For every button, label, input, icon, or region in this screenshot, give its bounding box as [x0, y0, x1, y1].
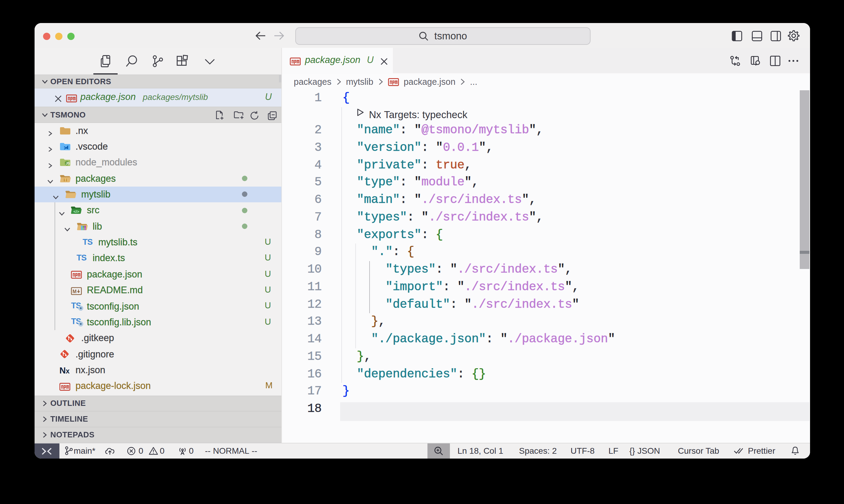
svg-text:N: N — [59, 366, 66, 375]
svg-text:</>: </> — [74, 210, 80, 214]
svg-text:x: x — [66, 367, 70, 375]
svg-text:TS: TS — [77, 253, 87, 263]
svg-text:M: M — [72, 289, 76, 294]
svg-text:TS: TS — [83, 238, 92, 247]
svg-text:JS: JS — [66, 161, 69, 165]
